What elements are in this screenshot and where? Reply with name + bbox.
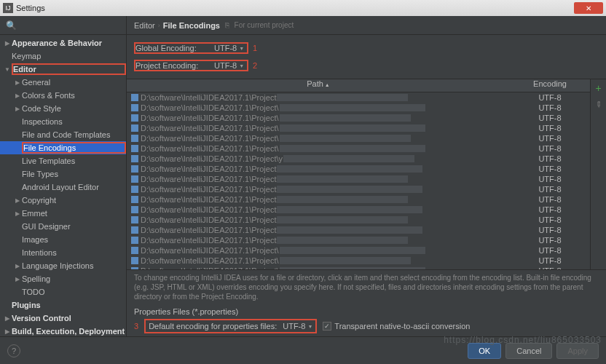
sidebar-item-images[interactable]: Images bbox=[0, 233, 126, 246]
sidebar-item-file-types[interactable]: File Types bbox=[0, 167, 126, 181]
expand-arrow-icon: ▶ bbox=[3, 328, 12, 335]
table-row[interactable]: D:\software\IntelliJIDEA2017.1\Project\U… bbox=[127, 103, 590, 113]
add-icon[interactable]: + bbox=[595, 82, 601, 94]
encoding-cell[interactable]: UTF-8 bbox=[510, 114, 590, 122]
expand-arrow-icon: ▼ bbox=[3, 66, 12, 73]
path-text: D:\software\IntelliJIDEA2017.1\Project\ bbox=[141, 144, 279, 153]
edit-icon[interactable]: ✎ bbox=[593, 99, 605, 111]
encoding-cell[interactable]: UTF-8 bbox=[510, 195, 590, 204]
table-row[interactable]: D:\software\IntelliJIDEA2017.1\Project\U… bbox=[127, 266, 590, 269]
sidebar-item-inspections[interactable]: Inspections bbox=[0, 115, 126, 128]
table-row[interactable]: D:\software\IntelliJIDEA2017.1\Project\y… bbox=[127, 154, 590, 164]
global-encoding-dropdown[interactable]: UTF-8 ▼ bbox=[211, 44, 247, 52]
encoding-cell[interactable]: UTF-8 bbox=[510, 246, 590, 255]
encoding-cell[interactable]: UTF-8 bbox=[510, 134, 590, 143]
encoding-cell[interactable]: UTF-8 bbox=[510, 226, 590, 234]
sidebar-item-live-templates[interactable]: Live Templates bbox=[0, 154, 126, 167]
sidebar-item-appearance-behavior[interactable]: ▶Appearance & Behavior bbox=[0, 36, 126, 50]
redacted-text bbox=[280, 267, 425, 269]
properties-encoding-dropdown[interactable]: UTF-8 ▼ bbox=[283, 322, 312, 331]
table-row[interactable]: D:\software\IntelliJIDEA2017.1\ProjectUT… bbox=[127, 92, 590, 103]
project-encoding-dropdown[interactable]: UTF-8 ▼ bbox=[211, 61, 247, 70]
redacted-text bbox=[280, 247, 425, 254]
encoding-cell[interactable]: UTF-8 bbox=[510, 165, 590, 173]
table-row[interactable]: D:\software\IntelliJIDEA2017.1\ProjectUT… bbox=[127, 194, 590, 205]
table-row[interactable]: D:\software\IntelliJIDEA2017.1\Project\U… bbox=[127, 245, 590, 256]
path-text: D:\software\IntelliJIDEA2017.1\Project bbox=[141, 236, 276, 245]
path-text: D:\software\IntelliJIDEA2017.1\Project\ bbox=[141, 124, 279, 132]
sidebar-item-label: File and Code Templates bbox=[22, 130, 126, 139]
redacted-text bbox=[283, 155, 414, 162]
sidebar-item-language-injections[interactable]: ▶Language Injections bbox=[0, 259, 126, 272]
sidebar-item-colors-fonts[interactable]: ▶Colors & Fonts bbox=[0, 89, 126, 102]
scope-icon: ⎘ bbox=[223, 21, 232, 29]
table-row[interactable]: D:\software\IntelliJIDEA2017.1\Project\U… bbox=[127, 256, 590, 266]
sidebar-item-label: Android Layout Editor bbox=[22, 183, 126, 191]
sidebar-item-editor[interactable]: ▼Editor bbox=[0, 63, 126, 76]
table-row[interactable]: D:\software\IntelliJIDEA2017.1\Project\U… bbox=[127, 123, 590, 133]
column-header-encoding[interactable]: Encoding bbox=[510, 79, 590, 92]
sidebar-item-gui-designer[interactable]: GUI Designer bbox=[0, 220, 126, 233]
sidebar-item-label: GUI Designer bbox=[22, 222, 126, 231]
encoding-cell[interactable]: UTF-8 bbox=[510, 93, 590, 102]
breadcrumb: Editor › File Encodings ⎘ For current pr… bbox=[127, 16, 606, 35]
table-row[interactable]: D:\software\IntelliJIDEA2017.1\ProjectUT… bbox=[127, 235, 590, 245]
sidebar-item-file-encodings[interactable]: File Encodings bbox=[0, 141, 126, 154]
folder-icon bbox=[131, 175, 138, 183]
sidebar-item-todo[interactable]: TODO bbox=[0, 285, 126, 298]
search-box[interactable]: 🔍 bbox=[0, 16, 126, 35]
encoding-cell[interactable]: UTF-8 bbox=[510, 175, 590, 183]
table-row[interactable]: D:\software\IntelliJIDEA2017.1\ProjectUT… bbox=[127, 174, 590, 184]
sidebar-item-android-layout-editor[interactable]: Android Layout Editor bbox=[0, 181, 126, 194]
table-row[interactable]: D:\software\IntelliJIDEA2017.1\ProjectUT… bbox=[127, 205, 590, 215]
sidebar-item-keymap[interactable]: Keymap bbox=[0, 50, 126, 63]
encoding-cell[interactable]: UTF-8 bbox=[510, 103, 590, 112]
folder-icon bbox=[131, 94, 138, 101]
redacted-text bbox=[280, 145, 425, 152]
sidebar-item-file-and-code-templates[interactable]: File and Code Templates bbox=[0, 128, 126, 141]
encoding-cell[interactable]: UTF-8 bbox=[510, 205, 590, 214]
expand-arrow-icon: ▶ bbox=[13, 276, 22, 282]
path-text: D:\software\IntelliJIDEA2017.1\Project bbox=[141, 165, 276, 173]
table-toolbar: + ✎ bbox=[590, 79, 606, 269]
path-text: D:\software\IntelliJIDEA2017.1\Project bbox=[141, 185, 276, 194]
table-row[interactable]: D:\software\IntelliJIDEA2017.1\ProjectUT… bbox=[127, 184, 590, 194]
sidebar-item-build-execution-deployment[interactable]: ▶Build, Execution, Deployment bbox=[0, 325, 126, 336]
path-text: D:\software\IntelliJIDEA2017.1\Project\ bbox=[141, 246, 279, 255]
redacted-text bbox=[277, 237, 408, 244]
path-text: D:\software\IntelliJIDEA2017.1\Project bbox=[141, 93, 276, 102]
table-row[interactable]: D:\software\IntelliJIDEA2017.1\Project\U… bbox=[127, 143, 590, 154]
column-header-path[interactable]: Path▲ bbox=[127, 79, 510, 92]
expand-arrow-icon: ▶ bbox=[3, 315, 12, 322]
encoding-cell[interactable]: UTF-8 bbox=[510, 236, 590, 245]
encoding-cell[interactable]: UTF-8 bbox=[510, 154, 590, 163]
close-button[interactable]: ✕ bbox=[574, 2, 603, 14]
path-text: D:\software\IntelliJIDEA2017.1\Project\ bbox=[141, 134, 279, 143]
redacted-text bbox=[277, 165, 422, 173]
sidebar-item-copyright[interactable]: ▶Copyright bbox=[0, 194, 126, 207]
transparent-conversion-checkbox[interactable]: ✓ Transparent native-to-ascii conversion bbox=[323, 322, 470, 331]
encoding-cell[interactable]: UTF-8 bbox=[510, 185, 590, 194]
chevron-down-icon: ▼ bbox=[239, 63, 244, 68]
encoding-cell[interactable]: UTF-8 bbox=[510, 215, 590, 224]
sidebar-item-intentions[interactable]: Intentions bbox=[0, 246, 126, 259]
encoding-cell[interactable]: UTF-8 bbox=[510, 256, 590, 265]
table-row[interactable]: D:\software\IntelliJIDEA2017.1\ProjectUT… bbox=[127, 164, 590, 174]
sidebar-item-emmet[interactable]: ▶Emmet bbox=[0, 207, 126, 220]
encoding-cell[interactable]: UTF-8 bbox=[510, 144, 590, 153]
path-text: D:\software\IntelliJIDEA2017.1\Project\ bbox=[141, 256, 279, 265]
sidebar-item-code-style[interactable]: ▶Code Style bbox=[0, 102, 126, 115]
table-row[interactable]: D:\software\IntelliJIDEA2017.1\Project\U… bbox=[127, 113, 590, 123]
sidebar-item-spelling[interactable]: ▶Spelling bbox=[0, 272, 126, 285]
table-row[interactable]: D:\software\IntelliJIDEA2017.1\Project\U… bbox=[127, 133, 590, 143]
encoding-cell[interactable]: UTF-8 bbox=[510, 124, 590, 132]
folder-icon bbox=[131, 165, 138, 173]
expand-arrow-icon: ▶ bbox=[3, 40, 12, 47]
sidebar-item-general[interactable]: ▶General bbox=[0, 76, 126, 89]
table-row[interactable]: D:\software\IntelliJIDEA2017.1\ProjectUT… bbox=[127, 225, 590, 235]
help-button[interactable]: ? bbox=[7, 344, 20, 357]
sidebar-item-plugins[interactable]: Plugins bbox=[0, 298, 126, 312]
sidebar-item-version-control[interactable]: ▶Version Control bbox=[0, 312, 126, 325]
encoding-cell[interactable]: UTF-8 bbox=[510, 266, 590, 269]
table-row[interactable]: D:\software\IntelliJIDEA2017.1\ProjectUT… bbox=[127, 215, 590, 225]
